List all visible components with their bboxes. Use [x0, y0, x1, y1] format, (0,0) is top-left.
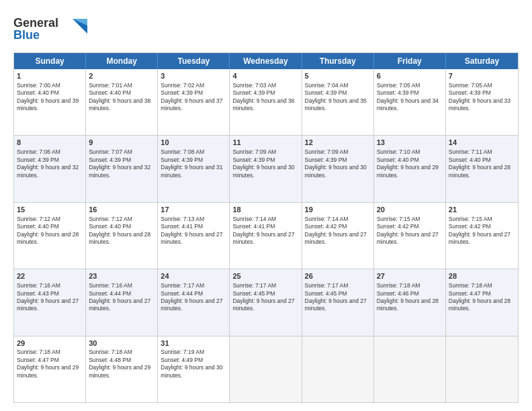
calendar-cell: 1Sunrise: 7:00 AMSunset: 4:40 PMDaylight…	[14, 69, 86, 135]
sunrise-text: Sunrise: 7:08 AM	[161, 148, 204, 155]
daylight-text: Daylight: 9 hours and 28 minutes.	[449, 298, 511, 312]
day-number: 29	[17, 338, 83, 349]
sunset-text: Sunset: 4:40 PM	[17, 89, 59, 96]
sunrise-text: Sunrise: 7:18 AM	[377, 282, 420, 289]
svg-text:Blue: Blue	[13, 28, 40, 42]
daylight-text: Daylight: 9 hours and 30 minutes.	[232, 164, 294, 178]
calendar-cell: 4Sunrise: 7:03 AMSunset: 4:39 PMDaylight…	[230, 69, 302, 135]
day-number: 11	[232, 138, 298, 148]
daylight-text: Daylight: 9 hours and 37 minutes.	[161, 97, 222, 111]
sunrise-text: Sunrise: 7:16 AM	[89, 282, 132, 289]
sunset-text: Sunset: 4:39 PM	[232, 89, 275, 96]
sunset-text: Sunset: 4:42 PM	[377, 223, 419, 230]
logo: General Blue	[13, 13, 87, 46]
sunset-text: Sunset: 4:45 PM	[232, 290, 275, 297]
day-number: 1	[17, 71, 83, 81]
daylight-text: Daylight: 9 hours and 32 minutes.	[17, 164, 79, 178]
day-number: 17	[161, 205, 226, 215]
calendar-cell: 10Sunrise: 7:08 AMSunset: 4:39 PMDayligh…	[158, 136, 230, 201]
calendar-cell: 7Sunrise: 7:05 AMSunset: 4:39 PMDaylight…	[446, 69, 518, 135]
calendar-cell: 27Sunrise: 7:18 AMSunset: 4:46 PMDayligh…	[374, 269, 446, 335]
svg-text:General: General	[13, 16, 58, 30]
day-number: 28	[449, 271, 515, 281]
daylight-text: Daylight: 9 hours and 27 minutes.	[377, 231, 439, 245]
calendar-cell: 14Sunrise: 7:11 AMSunset: 4:40 PMDayligh…	[446, 136, 518, 201]
calendar-cell: 2Sunrise: 7:01 AMSunset: 4:40 PMDaylight…	[86, 69, 158, 135]
daylight-text: Daylight: 9 hours and 34 minutes.	[377, 97, 439, 111]
logo-text: General Blue	[13, 13, 87, 46]
day-number: 30	[89, 338, 154, 349]
daylight-text: Daylight: 9 hours and 32 minutes.	[89, 164, 150, 178]
day-number: 10	[161, 138, 226, 148]
daylight-text: Daylight: 9 hours and 27 minutes.	[449, 231, 511, 245]
sunset-text: Sunset: 4:40 PM	[449, 156, 491, 163]
day-number: 27	[377, 271, 443, 281]
calendar-cell: 19Sunrise: 7:14 AMSunset: 4:42 PMDayligh…	[302, 203, 374, 269]
sunrise-text: Sunrise: 7:18 AM	[89, 349, 132, 355]
sunrise-text: Sunrise: 7:15 AM	[377, 216, 420, 222]
calendar-cell: 12Sunrise: 7:09 AMSunset: 4:39 PMDayligh…	[302, 136, 374, 201]
day-number: 16	[89, 205, 154, 215]
sunset-text: Sunset: 4:39 PM	[232, 156, 275, 163]
calendar-cell: 25Sunrise: 7:17 AMSunset: 4:45 PMDayligh…	[230, 269, 302, 335]
sunset-text: Sunset: 4:39 PM	[449, 89, 491, 96]
sunrise-text: Sunrise: 7:07 AM	[89, 148, 132, 155]
day-number: 14	[449, 138, 515, 148]
day-number: 6	[377, 71, 443, 81]
day-number: 15	[17, 205, 83, 215]
sunset-text: Sunset: 4:40 PM	[377, 156, 419, 163]
sunrise-text: Sunrise: 7:13 AM	[161, 216, 204, 222]
daylight-text: Daylight: 9 hours and 38 minutes.	[89, 97, 150, 111]
sunset-text: Sunset: 4:49 PM	[161, 357, 203, 363]
calendar-cell: 3Sunrise: 7:02 AMSunset: 4:39 PMDaylight…	[158, 69, 230, 135]
day-number: 8	[17, 138, 83, 148]
calendar-cell: 22Sunrise: 7:16 AMSunset: 4:43 PMDayligh…	[14, 269, 86, 335]
sunrise-text: Sunrise: 7:09 AM	[232, 148, 276, 155]
day-number: 19	[305, 205, 371, 215]
calendar-cell: 11Sunrise: 7:09 AMSunset: 4:39 PMDayligh…	[230, 136, 302, 201]
daylight-text: Daylight: 9 hours and 31 minutes.	[161, 164, 222, 178]
daylight-text: Daylight: 9 hours and 28 minutes.	[89, 231, 150, 245]
sunset-text: Sunset: 4:39 PM	[305, 156, 347, 163]
sunset-text: Sunset: 4:39 PM	[377, 89, 419, 96]
sunset-text: Sunset: 4:39 PM	[305, 89, 347, 96]
day-number: 2	[89, 71, 154, 81]
daylight-text: Daylight: 9 hours and 33 minutes.	[449, 97, 511, 111]
day-number: 3	[161, 71, 226, 81]
day-number: 22	[17, 271, 83, 281]
sunrise-text: Sunrise: 7:18 AM	[17, 349, 60, 355]
sunrise-text: Sunrise: 7:15 AM	[449, 216, 492, 222]
calendar-cell	[446, 336, 518, 402]
sunset-text: Sunset: 4:48 PM	[89, 357, 131, 363]
day-number: 4	[232, 71, 298, 81]
page: General Blue SundayMondayTuesdayWednesda…	[0, 0, 532, 411]
calendar-cell: 28Sunrise: 7:18 AMSunset: 4:47 PMDayligh…	[446, 269, 518, 335]
daylight-text: Daylight: 9 hours and 39 minutes.	[17, 97, 79, 111]
calendar-week-row: 15Sunrise: 7:12 AMSunset: 4:40 PMDayligh…	[14, 203, 518, 269]
sunrise-text: Sunrise: 7:12 AM	[89, 216, 132, 222]
day-number: 25	[232, 271, 298, 281]
sunrise-text: Sunrise: 7:03 AM	[232, 82, 276, 89]
daylight-text: Daylight: 9 hours and 29 minutes.	[377, 164, 439, 178]
sunrise-text: Sunrise: 7:17 AM	[305, 282, 349, 289]
daylight-text: Daylight: 9 hours and 28 minutes.	[377, 298, 439, 312]
calendar: SundayMondayTuesdayWednesdayThursdayFrid…	[13, 52, 519, 403]
calendar-cell: 9Sunrise: 7:07 AMSunset: 4:39 PMDaylight…	[86, 136, 158, 201]
daylight-text: Daylight: 9 hours and 29 minutes.	[89, 364, 150, 378]
daylight-text: Daylight: 9 hours and 27 minutes.	[305, 231, 367, 245]
calendar-header-day: Thursday	[302, 53, 374, 69]
calendar-week-row: 1Sunrise: 7:00 AMSunset: 4:40 PMDaylight…	[14, 69, 518, 136]
sunset-text: Sunset: 4:39 PM	[17, 156, 59, 163]
day-number: 31	[161, 338, 226, 349]
sunset-text: Sunset: 4:39 PM	[89, 156, 131, 163]
calendar-cell: 17Sunrise: 7:13 AMSunset: 4:41 PMDayligh…	[158, 203, 230, 269]
sunrise-text: Sunrise: 7:09 AM	[305, 148, 349, 155]
calendar-week-row: 22Sunrise: 7:16 AMSunset: 4:43 PMDayligh…	[14, 269, 518, 336]
daylight-text: Daylight: 9 hours and 27 minutes.	[89, 298, 150, 312]
sunset-text: Sunset: 4:40 PM	[89, 89, 131, 96]
day-number: 21	[449, 205, 515, 215]
calendar-cell	[302, 336, 374, 402]
calendar-cell: 24Sunrise: 7:17 AMSunset: 4:44 PMDayligh…	[158, 269, 230, 335]
sunrise-text: Sunrise: 7:05 AM	[449, 82, 492, 89]
daylight-text: Daylight: 9 hours and 28 minutes.	[17, 231, 79, 245]
